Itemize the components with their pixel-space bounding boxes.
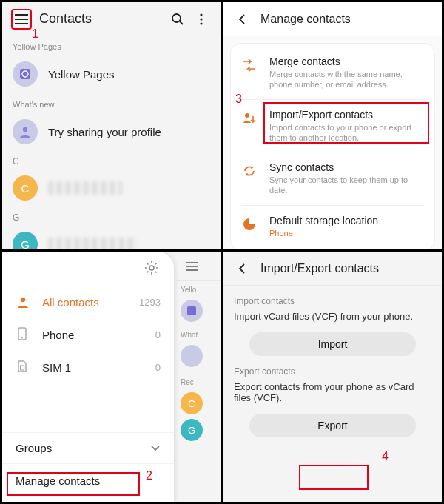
import-button[interactable]: Import <box>249 332 415 356</box>
drawer-groups[interactable]: Groups <box>2 432 174 463</box>
header-manage: Manage contacts <box>223 2 442 36</box>
gear-icon[interactable] <box>141 258 162 278</box>
back-icon[interactable] <box>232 9 253 30</box>
annotation-3: 3 <box>235 93 242 106</box>
bg-label: What <box>176 326 221 340</box>
yellowpages-icon <box>13 61 38 87</box>
phone-icon <box>16 327 30 342</box>
sim-icon <box>16 360 30 374</box>
setting-desc: Sync your contacts to keep them up to da… <box>269 175 424 196</box>
export-button[interactable]: Export <box>249 414 415 437</box>
settings-card: Merge contacts Merge contacts with the s… <box>231 44 434 249</box>
row-label: Yellow Pages <box>48 68 115 81</box>
row-import-export[interactable]: Import/Export contacts Import contacts t… <box>231 100 434 152</box>
page-title: Import/Export contacts <box>260 262 379 275</box>
bg-avatar: G <box>181 419 203 441</box>
sync-icon <box>241 163 258 179</box>
setting-title: Default storage location <box>269 215 424 226</box>
panel-contacts: Contacts Yellow Pages Yellow Pages What'… <box>1 1 221 249</box>
row-merge-contacts[interactable]: Merge contacts Merge contacts with the s… <box>231 47 434 99</box>
svg-point-6 <box>23 127 27 132</box>
manage-label: Manage contacts <box>16 474 100 487</box>
bg-avatar: C <box>181 392 203 414</box>
export-header: Export contacts <box>234 366 431 377</box>
person-icon <box>16 295 30 309</box>
setting-desc: Import contacts to your phone or export … <box>269 122 424 144</box>
header-import-export: Import/Export contacts <box>223 252 442 286</box>
bg-avatar <box>181 300 203 322</box>
row-yellowpages[interactable]: Yellow Pages <box>2 54 221 94</box>
contact-name-redacted <box>48 238 137 249</box>
svg-point-2 <box>200 18 202 20</box>
back-icon[interactable] <box>232 258 253 279</box>
storage-icon <box>241 216 258 232</box>
section-letter-c: C <box>2 152 221 168</box>
section-letter-g: G <box>2 208 221 224</box>
merge-icon <box>241 57 258 73</box>
drawer-count: 1293 <box>139 297 161 308</box>
drawer-label: Phone <box>42 329 74 341</box>
export-text: Export contacts from your phone as vCard… <box>234 381 431 403</box>
page-title: Manage contacts <box>260 13 351 26</box>
row-default-storage[interactable]: Default storage location Phone <box>231 206 434 247</box>
groups-label: Groups <box>16 442 52 454</box>
row-share-profile[interactable]: Try sharing your profile <box>2 112 221 152</box>
svg-rect-13 <box>21 366 24 370</box>
setting-title: Merge contacts <box>269 56 424 67</box>
svg-point-1 <box>200 13 202 16</box>
chevron-down-icon <box>150 445 161 452</box>
drawer-label: All contacts <box>42 296 99 309</box>
svg-point-12 <box>21 337 23 339</box>
hamburger-icon[interactable] <box>11 9 32 30</box>
avatar: C <box>13 175 38 201</box>
svg-point-3 <box>200 22 202 24</box>
svg-rect-8 <box>187 306 196 315</box>
setting-title: Import/Export contacts <box>269 109 424 121</box>
svg-rect-4 <box>20 69 30 79</box>
svg-point-9 <box>149 266 154 270</box>
panel-import-export: Import/Export contacts Import contacts I… <box>223 251 443 503</box>
svg-point-0 <box>172 14 181 22</box>
import-text: Import vCard files (VCF) from your phone… <box>234 311 431 322</box>
setting-desc: Phone <box>269 228 424 238</box>
annotation-2: 2 <box>146 469 152 483</box>
annotation-4: 4 <box>382 450 388 463</box>
page-title: Contacts <box>39 11 92 27</box>
drawer-sim1[interactable]: SIM 1 0 <box>2 351 174 383</box>
search-icon[interactable] <box>167 9 188 30</box>
contact-row[interactable]: G <box>2 224 221 249</box>
more-icon[interactable] <box>191 9 212 30</box>
row-label: Try sharing your profile <box>48 126 161 138</box>
bg-avatar <box>181 345 203 367</box>
annotation-box-4 <box>299 465 369 490</box>
drawer-phone[interactable]: Phone 0 <box>2 318 174 351</box>
drawer: All contacts 1293 Phone 0 SIM 1 0 <box>2 252 174 502</box>
import-header: Import contacts <box>234 296 431 306</box>
section-whatsnew: What's new <box>2 94 221 112</box>
setting-title: Sync contacts <box>269 161 424 173</box>
svg-point-10 <box>21 298 25 302</box>
hamburger-icon <box>182 256 203 277</box>
contact-name-redacted <box>48 181 122 195</box>
background-list: Yello What Rec C G <box>176 252 221 502</box>
bg-label: Rec <box>176 374 221 388</box>
drawer-count: 0 <box>155 329 161 340</box>
panel-drawer: Yello What Rec C G All contacts 1293 <box>1 251 221 503</box>
drawer-label: SIM 1 <box>42 361 71 374</box>
annotation-1: 1 <box>32 27 38 41</box>
contact-row[interactable]: C <box>2 168 221 208</box>
drawer-count: 0 <box>155 362 161 373</box>
row-sync-contacts[interactable]: Sync contacts Sync your contacts to keep… <box>231 152 434 205</box>
panel-manage-contacts: Manage contacts Merge contacts Merge con… <box>223 1 443 249</box>
svg-point-7 <box>245 113 249 118</box>
setting-desc: Merge contacts with the same name, phone… <box>269 69 424 90</box>
drawer-all-contacts[interactable]: All contacts 1293 <box>2 286 174 318</box>
bg-label: Yello <box>176 281 221 295</box>
import-export-icon <box>241 110 258 127</box>
avatar: G <box>13 232 38 249</box>
profile-icon <box>13 119 38 144</box>
